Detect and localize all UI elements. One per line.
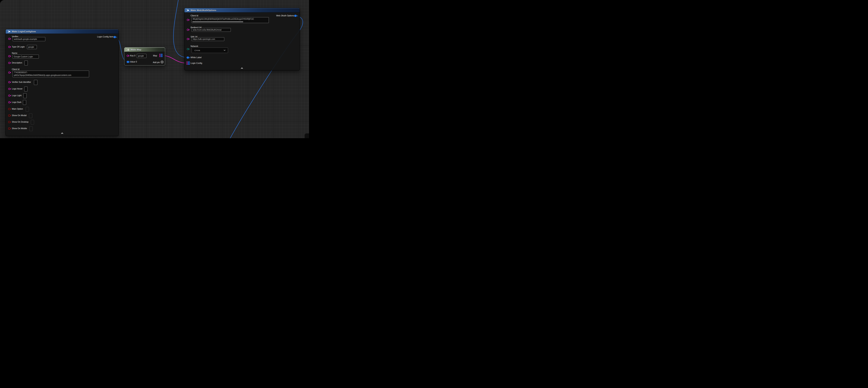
sdk-url-input[interactable]: https://sdk.openlogin.com <box>192 37 224 41</box>
main-option-checkbox[interactable] <box>26 107 29 112</box>
client-id-input[interactable]: 774338308167- q463s7kpvja16l4l0kko3nb925… <box>12 70 89 77</box>
login-config-map-pin-icon[interactable] <box>187 61 190 65</box>
pin-client-id[interactable] <box>8 71 10 73</box>
pin-logo-hover[interactable] <box>8 88 10 90</box>
pin-logo-light[interactable] <box>8 95 10 97</box>
pin-label-show-on-mobile: Show On Mobile <box>12 127 27 129</box>
pin-label-login-config: Login Config <box>191 62 202 64</box>
chevron-down-icon <box>223 50 226 51</box>
node-title: Make LoginConfigItem <box>12 30 36 33</box>
pin-network[interactable] <box>187 48 189 50</box>
pin-web3auth-options-output[interactable] <box>294 15 297 17</box>
network-dropdown[interactable]: CYAN <box>192 48 228 53</box>
key-0-input[interactable]: google <box>137 54 147 58</box>
pin-client-id[interactable] <box>187 19 189 21</box>
pin-redirect-url[interactable] <box>187 29 189 31</box>
pin-name[interactable] <box>8 55 10 57</box>
pin-label-show-on-desktop: Show On Desktop <box>12 121 29 123</box>
node-make-web3authoptions[interactable]: Make Web3AuthOptions Client Id BEglQSgt4… <box>184 8 300 70</box>
show-on-desktop-checkbox[interactable] <box>31 120 34 125</box>
pin-label-key-0: Key 0 <box>130 54 135 57</box>
pin-sdk-url[interactable] <box>187 38 189 40</box>
pin-show-on-modal[interactable] <box>8 115 10 117</box>
blueprint-canvas[interactable]: Make LoginConfigItem Verifier web3auth-g… <box>0 0 309 138</box>
name-input[interactable]: Google Custom Login <box>12 55 39 59</box>
collapse-node-icon[interactable] <box>241 67 243 69</box>
pin-type-of-login[interactable] <box>8 46 10 48</box>
node-title: Make Map <box>131 49 141 51</box>
pin-label-logo-dark: Logo Dark <box>12 101 21 103</box>
type-of-login-input[interactable]: google <box>27 45 37 49</box>
verifier-input[interactable]: web3auth-google-example <box>12 37 45 41</box>
pin-show-on-desktop[interactable] <box>8 121 10 123</box>
node-header: Make Web3AuthOptions <box>184 8 300 12</box>
pin-key-0[interactable] <box>127 55 129 57</box>
pin-label-main-option: Main Option <box>12 108 23 110</box>
client-id-input[interactable]: BEglQSgt4cUWcj6SKRdu5QkOXTsePmMcusG5EAoy… <box>192 17 269 23</box>
pin-verifier[interactable] <box>8 38 10 40</box>
show-on-modal-checkbox[interactable] <box>29 113 32 118</box>
add-pin-label: Add pin <box>153 61 160 63</box>
pin-show-on-mobile[interactable] <box>8 127 10 129</box>
node-title: Make Web3AuthOptions <box>191 9 216 11</box>
pin-label-name: Name <box>12 52 17 54</box>
partial-node-corner[interactable] <box>305 133 309 138</box>
node-header: Make LoginConfigItem <box>6 29 119 34</box>
pin-value-0[interactable] <box>127 61 129 63</box>
pin-label-verifier-sub-identifier: Verifier Sub Identifier <box>12 81 31 83</box>
pin-label-type-of-login: Type Of Login <box>12 46 25 48</box>
collapse-node-icon[interactable] <box>61 132 63 134</box>
logo-hover-input[interactable] <box>24 87 28 91</box>
output-label-login-config-item: Login Config Item <box>97 35 113 38</box>
pin-main-option[interactable] <box>8 108 10 110</box>
map-pin-icon[interactable] <box>159 54 163 57</box>
add-pin-icon[interactable] <box>161 61 163 63</box>
node-make-map[interactable]: Make Map Key 0 google Map Value 0 Add pi… <box>124 47 165 65</box>
pin-label-client-id: Client Id <box>191 14 198 17</box>
verifier-sub-identifier-input[interactable] <box>34 80 37 85</box>
logo-light-input[interactable] <box>23 93 27 98</box>
pin-label-description: Description <box>12 61 22 64</box>
node-header: Make Map <box>124 48 165 52</box>
description-input[interactable] <box>25 61 28 65</box>
make-struct-icon <box>186 9 189 12</box>
pin-label-logo-hover: Logo Hover <box>12 88 23 90</box>
pin-logo-dark[interactable] <box>8 101 10 103</box>
pin-description[interactable] <box>8 62 10 64</box>
pin-label-white-label: White Label <box>191 56 202 59</box>
pin-label-value-0: Value 0 <box>130 61 137 63</box>
pin-login-config-item-output[interactable] <box>114 36 116 38</box>
make-map-icon <box>126 48 129 51</box>
pin-label-show-on-modal: Show On Modal <box>12 114 27 117</box>
output-label-map: Map <box>153 54 157 57</box>
pin-white-label[interactable] <box>187 57 189 59</box>
pin-label-client-id: Client Id <box>12 68 20 70</box>
node-make-loginconfigitem[interactable]: Make LoginConfigItem Verifier web3auth-g… <box>5 29 119 136</box>
output-label-web3auth-options: Web 3Auth Options <box>276 14 294 17</box>
pin-label-logo-light: Logo Light <box>12 94 22 97</box>
pin-verifier-sub-identifier[interactable] <box>8 81 10 83</box>
logo-dark-input[interactable] <box>23 100 26 105</box>
client-id-hscrollbar[interactable] <box>192 21 243 22</box>
show-on-mobile-checkbox[interactable] <box>29 126 33 131</box>
pin-label-network: Network <box>191 45 198 47</box>
redirect-url-input[interactable]: w3a://com.w3a.Web3AuthUnreal <box>192 28 231 32</box>
make-struct-icon <box>7 30 10 33</box>
